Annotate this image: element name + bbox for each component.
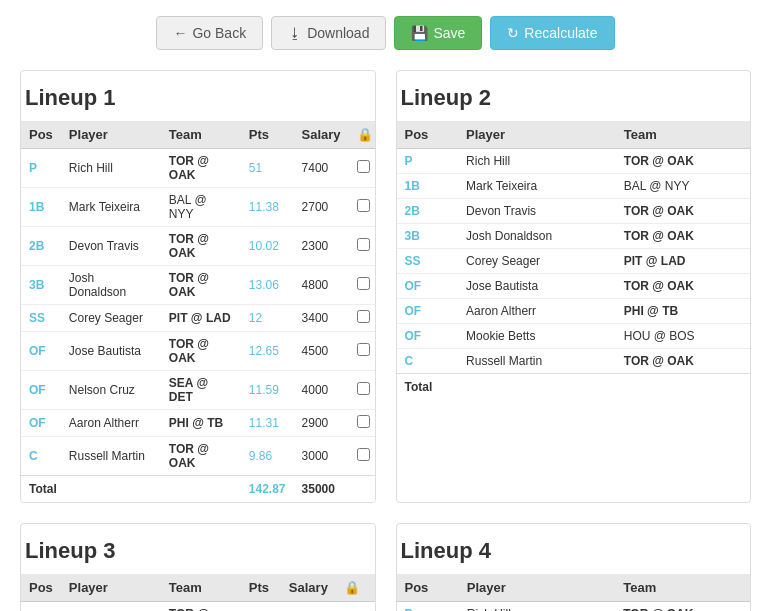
player-team: SEA @ DET [161, 371, 241, 410]
player-remove-cell[interactable]: ✕ [368, 602, 376, 612]
go-back-button[interactable]: ← Go Back [156, 16, 263, 50]
player-position: 3B [21, 266, 61, 305]
col-header-Team: Team [616, 121, 750, 149]
recalculate-button[interactable]: ↻ Recalculate [490, 16, 614, 50]
player-salary: 7400 [294, 149, 349, 188]
table-row: 3BJosh DonaldsonTOR @ OAK [397, 224, 751, 249]
lineup-table-2: PosPlayerTeamPRich HillTOR @ OAK1BMark T… [397, 121, 751, 400]
player-name: Jose Bautista [61, 332, 161, 371]
download-button[interactable]: ⭳ Download [271, 16, 386, 50]
player-position: SS [397, 249, 459, 274]
col-header-action [368, 574, 376, 602]
player-pts: 11.59 [241, 371, 294, 410]
lineup-title-3: Lineup 3 [21, 530, 375, 570]
player-lock-checkbox[interactable] [357, 199, 370, 212]
player-salary: 4000 [294, 371, 349, 410]
player-lock-checkbox-cell[interactable] [349, 188, 376, 227]
table-row: OFNelson CruzSEA @ DET11.594000✕ [21, 371, 376, 410]
player-pts: 51 [241, 149, 294, 188]
player-name: Jose Bautista [458, 274, 616, 299]
player-position: SS [21, 305, 61, 332]
player-salary: 4500 [294, 332, 349, 371]
lineup-title-1: Lineup 1 [21, 77, 375, 117]
player-lock-checkbox-cell[interactable] [349, 227, 376, 266]
player-salary: 3000 [294, 437, 349, 476]
player-lock-checkbox[interactable] [357, 448, 370, 461]
table-row: 3BJosh DonaldsonTOR @ OAK13.064800✕ [21, 266, 376, 305]
player-team: BAL @ NYY [616, 174, 750, 199]
player-salary: 3400 [294, 305, 349, 332]
player-name: Corey Seager [61, 305, 161, 332]
player-team: TOR @ OAK [616, 224, 750, 249]
total-label: Total [397, 374, 751, 401]
download-icon: ⭳ [288, 25, 302, 41]
player-pts: 12 [241, 305, 294, 332]
player-lock-checkbox-cell[interactable] [349, 332, 376, 371]
player-lock-checkbox-cell[interactable] [336, 602, 368, 612]
col-header-Salary: Salary [294, 121, 349, 149]
player-lock-checkbox-cell[interactable] [349, 305, 376, 332]
player-name: Nelson Cruz [61, 371, 161, 410]
player-position: P [397, 149, 459, 174]
player-pts: 11.31 [241, 410, 294, 437]
player-lock-checkbox[interactable] [357, 238, 370, 251]
player-team: PHI @ TB [616, 299, 750, 324]
player-lock-checkbox-cell[interactable] [349, 410, 376, 437]
player-name: Rich Hill [61, 149, 161, 188]
player-position: OF [397, 274, 459, 299]
player-position: P [21, 602, 61, 612]
refresh-icon: ↻ [507, 25, 519, 41]
player-name: Rich Hill [61, 602, 161, 612]
player-team: TOR @ OAK [616, 149, 750, 174]
player-team: TOR @ OAK [161, 266, 241, 305]
player-lock-checkbox[interactable] [357, 343, 370, 356]
lock-header-icon: 🔒 [357, 127, 373, 142]
table-row: OFMookie BettsHOU @ BOS [397, 324, 751, 349]
player-lock-checkbox-cell[interactable] [349, 437, 376, 476]
player-position: 1B [397, 174, 459, 199]
table-row: 2BDevon TravisTOR @ OAK10.022300✕ [21, 227, 376, 266]
total-empty-1 [349, 476, 376, 503]
col-header-Pos: Pos [397, 121, 459, 149]
player-lock-checkbox[interactable] [357, 277, 370, 290]
player-team: PIT @ LAD [616, 249, 750, 274]
player-position: OF [21, 410, 61, 437]
table-row: SSCorey SeagerPIT @ LAD123400✕ [21, 305, 376, 332]
col-header-Salary: Salary [281, 574, 336, 602]
player-name: Aaron Altherr [61, 410, 161, 437]
table-row: OFAaron AltherrPHI @ TB11.312900✕ [21, 410, 376, 437]
col-header-Player: Player [61, 574, 161, 602]
col-header-Pos: Pos [397, 574, 459, 602]
player-name: Devon Travis [61, 227, 161, 266]
player-lock-checkbox-cell[interactable] [349, 266, 376, 305]
total-pts-value: 142.87 [241, 476, 294, 503]
player-lock-checkbox[interactable] [357, 160, 370, 173]
player-lock-checkbox[interactable] [357, 415, 370, 428]
player-salary: 2900 [294, 410, 349, 437]
player-team: TOR @ OAK [616, 199, 750, 224]
table-row: OFAaron AltherrPHI @ TB [397, 299, 751, 324]
table-row: CRussell MartinTOR @ OAK9.863000✕ [21, 437, 376, 476]
player-name: Corey Seager [458, 249, 616, 274]
player-team: TOR @ OAK [161, 437, 241, 476]
save-icon: 💾 [411, 25, 428, 41]
player-pts: 9.86 [241, 437, 294, 476]
total-row: Total [397, 374, 751, 401]
player-lock-checkbox-cell[interactable] [349, 371, 376, 410]
player-lock-checkbox-cell[interactable] [349, 149, 376, 188]
col-header-Team: Team [615, 574, 750, 602]
player-name: Josh Donaldson [61, 266, 161, 305]
player-name: Russell Martin [61, 437, 161, 476]
player-salary: 2700 [294, 188, 349, 227]
player-lock-checkbox[interactable] [357, 382, 370, 395]
player-lock-checkbox[interactable] [357, 310, 370, 323]
player-position: 2B [397, 199, 459, 224]
col-header-Player: Player [458, 121, 616, 149]
player-team: BAL @ NYY [161, 188, 241, 227]
player-position: 3B [397, 224, 459, 249]
player-name: Josh Donaldson [458, 224, 616, 249]
save-button[interactable]: 💾 Save [394, 16, 482, 50]
player-team: TOR @ OAK [161, 227, 241, 266]
lineup-table-3: PosPlayerTeamPtsSalary🔒PRich HillTOR @ O… [21, 574, 376, 611]
col-header-Team: Team [161, 574, 241, 602]
